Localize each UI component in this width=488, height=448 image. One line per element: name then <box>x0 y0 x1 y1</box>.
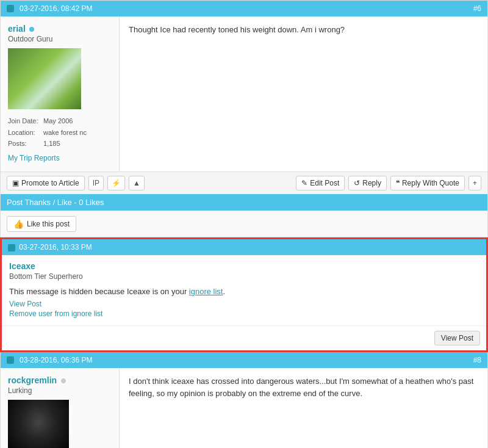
post-6-text: Thought Ice had recently toned his weigh… <box>129 24 478 36</box>
avatar-image <box>8 48 81 109</box>
edit-icon: ✎ <box>301 179 307 187</box>
reply-label: Reply <box>362 179 381 187</box>
post-6-date-row: 03-27-2016, 08:42 PM <box>7 4 92 13</box>
bolt-icon: ⚡ <box>112 179 121 187</box>
reply-button[interactable]: ↺ Reply <box>348 176 387 190</box>
join-date-row: Join Date: May 2006 <box>8 115 112 127</box>
like-button[interactable]: 👍 Like this post <box>7 216 76 232</box>
reply-quote-button[interactable]: ❝ Reply With Quote <box>390 176 465 190</box>
hidden-user-title: Bottom Tier Superhero <box>9 272 479 281</box>
location-label: Location: <box>8 127 41 139</box>
post-8-body: rockgremlin Lurking I don't think iceaxe… <box>1 368 487 448</box>
post-6-avatar <box>8 48 81 109</box>
quote-icon: ❝ <box>396 179 400 187</box>
post-6-date: 03-27-2016, 08:42 PM <box>20 4 92 13</box>
join-date: May 2006 <box>43 117 73 125</box>
online-indicator <box>29 27 34 32</box>
hidden-post-header: 03-27-2016, 10:33 PM <box>2 239 486 255</box>
post-8-icon <box>7 356 14 364</box>
post-8-date-row: 03-28-2016, 06:36 PM <box>7 356 92 364</box>
promote-label: Promote to Article <box>21 179 79 187</box>
hidden-msg-prefix: This message is hidden because Iceaxe is… <box>9 287 189 296</box>
post-8-avatar <box>8 400 69 448</box>
post-6-content: Thought Ice had recently toned his weigh… <box>120 16 487 172</box>
posts-row: Posts: 1,185 <box>8 138 112 150</box>
hidden-post-date: 03-27-2016, 10:33 PM <box>19 243 92 251</box>
join-label: Join Date: <box>8 115 41 127</box>
flag-icon: ▲ <box>133 179 140 187</box>
flag-button[interactable]: ▲ <box>129 176 145 190</box>
hidden-username-row: Iceaxe <box>9 261 479 271</box>
post-8-offline-dot <box>61 378 66 383</box>
post-6-header: 03-27-2016, 08:42 PM #6 <box>1 1 487 16</box>
bolt-button[interactable]: ⚡ <box>107 176 125 190</box>
like-button-row: 👍 Like this post <box>1 211 487 237</box>
edit-label: Edit Post <box>310 179 339 187</box>
post-6: 03-27-2016, 08:42 PM #6 erial Outdoor Gu… <box>0 0 488 237</box>
thanks-bar: Post Thanks / Like - 0 Likes <box>1 194 487 211</box>
reply-quote-label: Reply With Quote <box>402 179 459 187</box>
post-8-header: 03-28-2016, 06:36 PM #8 <box>1 352 487 368</box>
hidden-post-footer: View Post <box>2 325 486 350</box>
post-8-date: 03-28-2016, 06:36 PM <box>20 356 92 364</box>
post-8: 03-28-2016, 06:36 PM #8 rockgremlin Lurk… <box>0 352 488 448</box>
hidden-post: 03-27-2016, 10:33 PM Iceaxe Bottom Tier … <box>0 237 488 352</box>
ip-button[interactable]: IP <box>88 176 104 190</box>
reply-icon: ↺ <box>354 179 360 187</box>
more-icon: + <box>473 179 477 187</box>
post-6-body: erial Outdoor Guru Join Date: May 2006 L… <box>1 16 487 172</box>
post-6-num: #6 <box>473 4 481 13</box>
hidden-message: This message is hidden because Iceaxe is… <box>9 287 479 296</box>
like-label: Like this post <box>27 220 70 228</box>
post-8-avatar-image <box>8 400 69 448</box>
location-row: Location: wake forest nc <box>8 127 112 139</box>
hidden-username[interactable]: Iceaxe <box>9 261 35 271</box>
hidden-post-body: Iceaxe Bottom Tier Superhero This messag… <box>2 255 486 325</box>
hidden-post-icon <box>8 244 15 251</box>
post-8-username-row: rockgremlin <box>8 375 112 385</box>
post-6-user-meta: Join Date: May 2006 Location: wake fores… <box>8 115 112 164</box>
hidden-post-date-row: 03-27-2016, 10:33 PM <box>8 243 92 251</box>
promote-article-button[interactable]: ▣ Promote to Article <box>7 176 85 190</box>
post-icon <box>7 5 14 12</box>
post-6-toolbar: ▣ Promote to Article IP ⚡ ▲ ✎ Edit Post … <box>1 172 487 194</box>
location-value: wake forest nc <box>43 129 87 136</box>
hidden-msg-suffix: . <box>223 287 225 296</box>
edit-post-button[interactable]: ✎ Edit Post <box>296 176 345 190</box>
posts-label: Posts: <box>8 138 41 150</box>
more-button[interactable]: + <box>468 176 481 190</box>
post-6-user-title: Outdoor Guru <box>8 35 112 43</box>
posts-count: 1,185 <box>43 140 60 147</box>
view-post-button[interactable]: View Post <box>434 331 480 345</box>
user-name-row: erial <box>8 24 112 34</box>
view-post-link[interactable]: View Post <box>9 300 479 308</box>
post-8-content: I don't think iceaxe has crossed into da… <box>120 368 487 448</box>
promote-icon: ▣ <box>12 179 19 187</box>
remove-from-ignore-link[interactable]: Remove user from ignore list <box>9 309 479 318</box>
ignore-list-link[interactable]: ignore list <box>189 287 223 296</box>
post-8-num: #8 <box>473 356 481 364</box>
post-8-text: I don't think iceaxe has crossed into da… <box>129 375 478 399</box>
post-8-user-sidebar: rockgremlin Lurking <box>1 368 120 448</box>
post-6-username[interactable]: erial <box>8 24 26 34</box>
post-6-user-sidebar: erial Outdoor Guru Join Date: May 2006 L… <box>1 16 120 172</box>
post-8-username[interactable]: rockgremlin <box>8 375 57 385</box>
post-8-user-title: Lurking <box>8 386 112 395</box>
thanks-text: Post Thanks / Like - 0 Likes <box>7 198 104 207</box>
trip-reports-link[interactable]: My Trip Reports <box>8 152 112 164</box>
thumb-icon: 👍 <box>13 219 24 229</box>
